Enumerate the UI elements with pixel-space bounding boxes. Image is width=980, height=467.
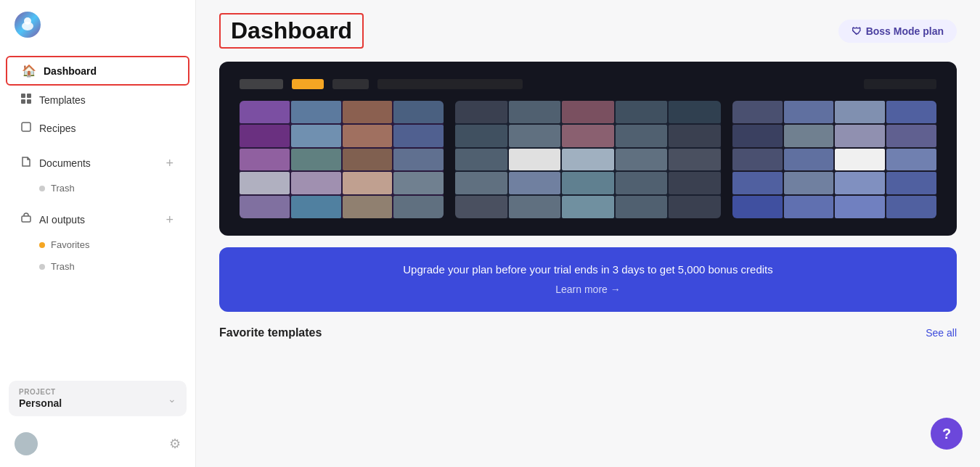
mc19	[343, 196, 393, 218]
dm25	[669, 196, 721, 218]
favorites-label: Favorites	[51, 239, 89, 250]
mc14	[291, 172, 341, 194]
app-logo[interactable]	[0, 0, 195, 49]
sidebar-item-templates[interactable]: Templates	[6, 86, 189, 114]
trash-docs-dot	[39, 186, 45, 191]
trash-ai-label: Trash	[51, 261, 75, 272]
trash-ai-dot	[39, 264, 45, 270]
main-header: Dashboard 🛡 Boss Mode plan	[196, 0, 980, 56]
add-document-button[interactable]: +	[164, 157, 175, 170]
sidebar-footer: ⚙	[0, 425, 195, 467]
project-name: Personal	[19, 397, 62, 409]
svg-rect-7	[22, 123, 30, 131]
sidebar-item-favorites[interactable]: Favorites	[6, 234, 189, 255]
add-ai-output-button[interactable]: +	[164, 213, 175, 226]
sidebar-item-recipes[interactable]: Recipes	[6, 115, 189, 142]
dm4	[616, 101, 668, 123]
sidebar-item-ai-outputs[interactable]: AI outputs +	[6, 206, 189, 233]
mc12	[393, 149, 444, 171]
help-button[interactable]: ?	[931, 418, 963, 450]
project-section-label: PROJECT	[19, 388, 62, 396]
trash-docs-label: Trash	[51, 183, 75, 194]
dm23	[562, 196, 614, 218]
favorites-section-title: Favorite templates	[219, 326, 322, 339]
am9	[732, 149, 783, 171]
dm9	[616, 125, 668, 147]
am8	[886, 125, 936, 147]
dm10	[669, 125, 721, 147]
svg-rect-5	[21, 99, 25, 104]
am18	[784, 196, 834, 218]
boss-mode-label: Boss Mode plan	[866, 25, 944, 37]
mc3	[343, 101, 393, 123]
project-chevron-icon: ⌄	[168, 393, 176, 405]
am13	[732, 172, 783, 194]
mc18	[291, 196, 341, 218]
svg-rect-3	[21, 94, 25, 98]
sidebar-item-documents[interactable]: Documents +	[6, 149, 189, 177]
dm5	[669, 101, 721, 123]
dm13	[562, 149, 614, 171]
am11	[835, 149, 885, 171]
user-avatar[interactable]	[15, 432, 38, 455]
sidebar-navigation: 🏠 Dashboard Templates Recipes Documents …	[0, 49, 195, 373]
sidebar-ai-outputs-label: AI outputs	[39, 214, 85, 226]
boss-mode-button[interactable]: 🛡 Boss Mode plan	[838, 20, 957, 43]
dm6	[455, 125, 507, 147]
dm11	[455, 149, 507, 171]
upgrade-text: Upgrade your plan before your trial ends…	[248, 263, 928, 276]
dm8	[562, 125, 614, 147]
hero-mosaic-3	[732, 101, 936, 218]
mc4	[393, 101, 444, 123]
sidebar-item-trash-ai[interactable]: Trash	[6, 256, 189, 277]
dm22	[509, 196, 561, 218]
svg-rect-8	[22, 216, 30, 222]
mc6	[291, 125, 341, 147]
sidebar-templates-label: Templates	[39, 94, 86, 106]
dm16	[455, 172, 507, 194]
dm20	[669, 172, 721, 194]
mc10	[291, 149, 341, 171]
mc1	[240, 101, 290, 123]
hero-bar-1	[240, 79, 283, 89]
dm17	[509, 172, 561, 194]
document-icon	[20, 156, 32, 170]
sidebar-dashboard-label: Dashboard	[44, 65, 97, 77]
am14	[784, 172, 834, 194]
hero-mosaic-1	[240, 101, 444, 218]
settings-icon[interactable]: ⚙	[169, 436, 181, 452]
hero-content-row	[240, 101, 936, 218]
am5	[732, 125, 783, 147]
sidebar-documents-label: Documents	[39, 157, 91, 169]
sidebar-item-dashboard[interactable]: 🏠 Dashboard	[6, 56, 189, 86]
sidebar-item-trash-docs[interactable]: Trash	[6, 178, 189, 199]
project-selector[interactable]: PROJECT Personal ⌄	[9, 381, 187, 416]
page-title: Dashboard	[231, 17, 352, 44]
mc16	[393, 172, 444, 194]
mc2	[291, 101, 341, 123]
hero-top-bar	[240, 79, 936, 89]
svg-point-2	[24, 17, 31, 25]
mc15	[343, 172, 393, 194]
hero-bar-5	[864, 79, 936, 89]
am10	[784, 149, 834, 171]
hero-bar-2	[292, 79, 324, 89]
hero-mosaic-2	[455, 101, 721, 218]
hero-bar-3	[332, 79, 369, 89]
dm24	[616, 196, 668, 218]
dm12	[509, 149, 561, 171]
dm14	[616, 149, 668, 171]
dm18	[562, 172, 614, 194]
home-icon: 🏠	[22, 64, 36, 78]
am4	[886, 101, 936, 123]
am20	[886, 196, 936, 218]
sidebar-recipes-label: Recipes	[39, 123, 76, 134]
am19	[835, 196, 885, 218]
sidebar: 🏠 Dashboard Templates Recipes Documents …	[0, 0, 196, 467]
mc5	[240, 125, 290, 147]
templates-icon	[20, 93, 32, 107]
mc11	[343, 149, 393, 171]
learn-more-button[interactable]: Learn more →	[555, 284, 620, 295]
ai-outputs-icon	[20, 212, 32, 227]
see-all-button[interactable]: See all	[926, 327, 957, 339]
